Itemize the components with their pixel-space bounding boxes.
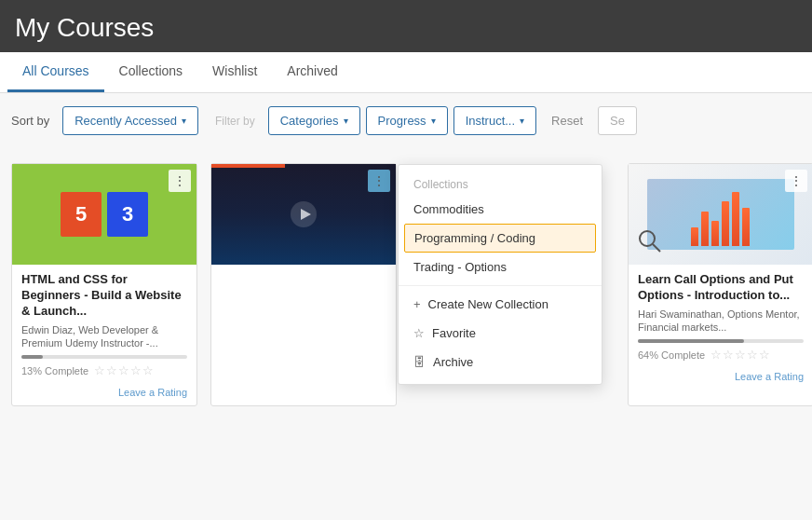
tabs-bar: All Courses Collections Wishlist Archive…: [0, 52, 812, 93]
course-card: 5 3 ⋮ HTML and CSS for Beginners - Build…: [11, 163, 197, 406]
progress-button[interactable]: Progress ▾: [366, 106, 448, 135]
chart-bar: [701, 212, 709, 246]
course-title: Learn Call Options and Put Options - Int…: [638, 272, 804, 304]
leave-rating-link[interactable]: Leave a Rating: [12, 387, 196, 405]
star-2: ☆: [723, 348, 734, 362]
card-menu-button[interactable]: ⋮: [368, 170, 390, 192]
course-author: Hari Swaminathan, Options Mentor, Financ…: [638, 308, 804, 335]
css3-badge: 3: [107, 192, 148, 237]
leave-rating-link[interactable]: Leave a Rating: [629, 371, 812, 390]
reset-button[interactable]: Reset: [546, 107, 589, 134]
archive-item[interactable]: 🗄 Archive: [399, 348, 602, 376]
filter-bar: Sort by Recently Accessed ▾ Filter by Ca…: [0, 93, 812, 148]
sort-label: Sort by: [11, 114, 49, 128]
star-3: ☆: [118, 363, 129, 377]
course-thumbnail: ⋮: [629, 164, 812, 265]
dropdown-item-programming[interactable]: Programming / Coding: [404, 224, 596, 253]
dropdown-divider: [399, 285, 602, 286]
create-collection-item[interactable]: + Create New Collection: [399, 290, 602, 319]
course-info: Learn Call Options and Put Options - Int…: [629, 265, 812, 369]
search-placeholder: Se: [610, 114, 625, 128]
tab-archived[interactable]: Archived: [272, 52, 352, 92]
course-info: HTML and CSS for Beginners - Build a Web…: [12, 265, 196, 385]
chart-bar: [691, 227, 698, 246]
course-title: HTML and CSS for Beginners - Build a Web…: [21, 272, 187, 320]
archive-label: Archive: [433, 355, 473, 369]
chart-bar: [732, 192, 739, 245]
sort-button[interactable]: Recently Accessed ▾: [62, 106, 198, 135]
star-4: ☆: [747, 348, 758, 362]
filter-label: Filter by: [215, 115, 255, 128]
progress-indicator: [211, 164, 285, 168]
chevron-down-icon: ▾: [182, 116, 186, 126]
course-footer: 13% Complete ☆ ☆ ☆ ☆ ☆: [21, 363, 187, 377]
instructor-label: Instruct...: [466, 114, 515, 128]
course-thumbnail: 5 3 ⋮: [12, 164, 196, 265]
star-4: ☆: [130, 363, 142, 377]
progress-text: 13% Complete: [21, 365, 88, 376]
archive-icon: 🗄: [413, 355, 426, 369]
dropdown-item-trading[interactable]: Trading - Options: [399, 253, 602, 281]
tab-all-courses[interactable]: All Courses: [7, 52, 104, 92]
plus-icon: +: [413, 297, 421, 311]
star-1: ☆: [710, 348, 722, 362]
svg-point-2: [640, 231, 655, 246]
course-title: [221, 272, 386, 302]
star-2: ☆: [106, 363, 117, 377]
html5-badge: 5: [61, 192, 102, 237]
html-badges: 5 3: [61, 192, 148, 237]
page-header: My Courses: [0, 0, 812, 52]
course-thumbnail: ⋮: [211, 164, 396, 265]
svg-line-3: [653, 244, 660, 252]
create-collection-label: Create New Collection: [428, 297, 548, 311]
magnify-icon: [636, 227, 692, 255]
course-info: [211, 265, 396, 313]
tab-wishlist[interactable]: Wishlist: [197, 52, 272, 92]
progress-text: 64% Complete: [638, 349, 705, 361]
categories-button[interactable]: Categories ▾: [268, 106, 360, 135]
tab-collections[interactable]: Collections: [104, 52, 197, 92]
star-rating[interactable]: ☆ ☆ ☆ ☆ ☆: [94, 363, 154, 377]
search-button[interactable]: Se: [598, 106, 637, 135]
courses-area: 5 3 ⋮ HTML and CSS for Beginners - Build…: [0, 148, 812, 406]
chevron-down-icon: ▾: [520, 116, 524, 126]
course-card: ⋮ Collections Commodities Programming / …: [210, 163, 397, 406]
favorite-label: Favorite: [432, 326, 476, 340]
course-card: ⋮ Learn Call Options and Put Options - I…: [628, 163, 812, 406]
star-3: ☆: [735, 348, 746, 362]
dropdown-item-commodities[interactable]: Commodities: [399, 195, 602, 224]
dropdown-header: Collections: [399, 172, 602, 195]
star-rating[interactable]: ☆ ☆ ☆ ☆ ☆: [710, 348, 770, 362]
card-menu-button[interactable]: ⋮: [785, 170, 807, 192]
chevron-down-icon: ▾: [431, 116, 436, 126]
chevron-down-icon: ▾: [344, 116, 348, 126]
star-5: ☆: [759, 348, 770, 362]
sort-btn-label: Recently Accessed: [74, 114, 177, 128]
categories-label: Categories: [280, 114, 339, 128]
progress-bar: [638, 339, 804, 343]
play-icon: [289, 199, 318, 229]
page-title: My Courses: [15, 13, 797, 43]
progress-bar: [21, 355, 187, 359]
course-footer: 64% Complete ☆ ☆ ☆ ☆ ☆: [638, 348, 804, 362]
chart-bar: [711, 221, 719, 246]
filter-group: Categories ▾ Progress ▾ Instruct... ▾: [268, 106, 536, 135]
chart-bar: [722, 201, 729, 245]
instructor-button[interactable]: Instruct... ▾: [453, 106, 536, 135]
star-1: ☆: [94, 363, 105, 377]
star-icon: ☆: [413, 326, 425, 340]
progress-label: Progress: [378, 114, 426, 128]
collections-dropdown: Collections Commodities Programming / Co…: [398, 164, 602, 385]
favorite-item[interactable]: ☆ Favorite: [399, 319, 602, 348]
star-5: ☆: [142, 363, 154, 377]
card-menu-button[interactable]: ⋮: [169, 170, 191, 192]
progress-fill: [638, 339, 744, 343]
chart-bar: [742, 208, 750, 246]
progress-fill: [21, 355, 43, 359]
course-author: Edwin Diaz, Web Developer & Premium Udem…: [21, 323, 187, 350]
